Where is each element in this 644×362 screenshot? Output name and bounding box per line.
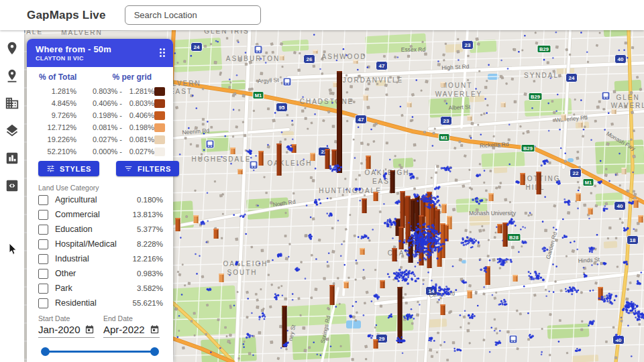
- land-use-name: Park: [55, 284, 72, 293]
- data-bar: [400, 191, 405, 228]
- buildings-icon[interactable]: [5, 96, 19, 111]
- checkbox[interactable]: [38, 254, 48, 264]
- code-icon[interactable]: [5, 178, 19, 193]
- start-date-label: Start Date: [38, 314, 95, 322]
- land-use-value: 5.377%: [137, 225, 163, 233]
- train-station-icon: [602, 92, 610, 100]
- land-use-name: Hospital/Medical: [55, 239, 117, 249]
- svg-text:29: 29: [379, 336, 385, 342]
- checkbox[interactable]: [38, 225, 48, 235]
- data-bar: [489, 193, 494, 201]
- checkbox[interactable]: [38, 284, 48, 294]
- legend-swatch: [154, 135, 165, 144]
- legend-range-to: 1.281%: [122, 87, 154, 95]
- data-bar: [612, 109, 616, 114]
- data-bar: [366, 156, 371, 169]
- data-bar: [398, 287, 402, 343]
- legend-row: 12.712%0.081% -0.198%: [38, 121, 164, 133]
- svg-text:B29: B29: [531, 94, 540, 100]
- legend-range-to: 0.803%: [122, 99, 154, 107]
- location-pin-icon[interactable]: [5, 41, 19, 56]
- styles-button[interactable]: STYLES: [38, 161, 99, 176]
- route-shield: 22: [570, 169, 582, 178]
- search-location-input[interactable]: Search Location: [125, 5, 261, 25]
- layer-panel: Where from - 50m CLAYTON II VIC % of Tot…: [27, 39, 173, 362]
- svg-text:95: 95: [279, 105, 285, 111]
- svg-text:40: 40: [617, 203, 623, 209]
- panel-subtitle: CLAYTON II VIC: [36, 55, 111, 62]
- svg-text:B29: B29: [539, 46, 549, 52]
- calendar-icon[interactable]: [85, 324, 95, 335]
- data-bar: [259, 151, 264, 166]
- legend-range-from: 0.198% -: [76, 111, 122, 119]
- route-shield: B29: [521, 145, 535, 152]
- legend-range-from: 0.000% -: [76, 147, 122, 156]
- land-use-row: Other0.983%: [38, 266, 163, 281]
- checkbox[interactable]: [38, 239, 48, 249]
- svg-text:B28: B28: [509, 235, 519, 241]
- legend-swatch: [154, 123, 165, 132]
- svg-text:M1: M1: [585, 180, 592, 186]
- route-shield: 47: [376, 62, 388, 70]
- land-use-name: Residential: [55, 298, 97, 308]
- legend-range-to: 0.198%: [122, 123, 154, 131]
- data-bar: [374, 339, 378, 349]
- filters-button[interactable]: FILTERS: [116, 161, 179, 176]
- land-use-name: Education: [55, 225, 93, 234]
- land-use-value: 3.582%: [137, 284, 163, 292]
- suburb-label: JORDANVILLE: [343, 76, 403, 84]
- suburb-label: OAKLEIGH: [267, 160, 312, 167]
- data-bar: [282, 306, 287, 347]
- data-bar: [380, 280, 385, 288]
- legend-total: 1.281%: [38, 87, 76, 95]
- calendar-icon[interactable]: [150, 324, 160, 335]
- legend-range-to: 0.027%: [122, 147, 154, 156]
- checkbox[interactable]: [38, 210, 48, 220]
- suburb-label: OAKLEIGH: [223, 260, 268, 267]
- data-bar: [311, 153, 315, 161]
- suburb-label: HUNTINGDALE: [319, 187, 382, 194]
- route-shield: 24: [191, 43, 203, 52]
- checkbox[interactable]: [38, 269, 48, 279]
- svg-text:22: 22: [573, 170, 579, 176]
- suburb-label: WAVERLEY: [611, 102, 644, 109]
- suburb-label: ASHWOOD: [322, 53, 367, 60]
- road-label: Monash University: [469, 210, 517, 217]
- land-use-value: 8.228%: [137, 240, 163, 248]
- date-range-slider[interactable]: [38, 346, 162, 357]
- data-bar: [214, 229, 219, 239]
- checkbox[interactable]: [38, 298, 48, 308]
- layers-icon[interactable]: [5, 123, 19, 138]
- chart-icon[interactable]: [5, 151, 19, 166]
- data-bar: [374, 192, 378, 201]
- data-bar: [344, 282, 349, 288]
- land-use-row: Park3.582%: [38, 281, 163, 296]
- end-date-input[interactable]: Apr-2022: [103, 322, 160, 338]
- end-date-label: End Date: [103, 314, 160, 322]
- data-bar: [639, 215, 643, 223]
- slider-handle-end[interactable]: [150, 347, 159, 356]
- land-use-name: Industrial: [55, 254, 89, 263]
- land-use-value: 55.621%: [133, 299, 163, 307]
- slider-track: [46, 351, 154, 353]
- route-shield: 95: [276, 103, 288, 112]
- legend-total: 52.210%: [38, 147, 76, 156]
- start-date-input[interactable]: Jan-2020: [38, 322, 95, 338]
- search-placeholder: Search Location: [134, 10, 197, 20]
- start-date-field: Start Date Jan-2020: [38, 314, 95, 338]
- data-bar: [537, 172, 541, 194]
- legend-total: 4.845%: [38, 99, 76, 107]
- data-bar: [194, 215, 199, 223]
- pin-drop-icon[interactable]: [5, 68, 19, 83]
- svg-text:23: 23: [465, 42, 471, 48]
- land-use-name: Agricultural: [55, 195, 97, 204]
- panel-header[interactable]: Where from - 50m CLAYTON II VIC: [27, 39, 173, 67]
- data-bar: [634, 199, 639, 208]
- data-bar: [442, 204, 447, 213]
- checkbox[interactable]: [38, 195, 48, 205]
- data-bar: [219, 274, 224, 282]
- road-label: Albert St: [448, 103, 471, 111]
- suburb-label: SOUTH: [227, 269, 258, 276]
- drag-handle-icon[interactable]: [160, 48, 166, 58]
- slider-handle-start[interactable]: [41, 347, 50, 356]
